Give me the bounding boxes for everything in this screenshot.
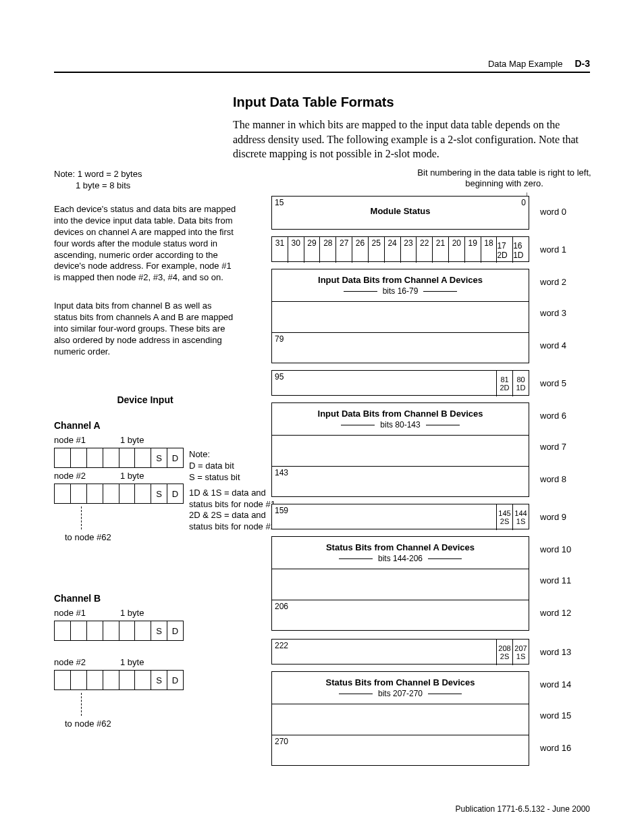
bit-label: 143	[275, 468, 288, 477]
header-pagenum: D-3	[574, 58, 590, 69]
bit-tag: 2S	[500, 652, 509, 660]
status-bit-cell: S	[151, 484, 167, 503]
node-label: node #1	[54, 435, 115, 445]
bit-label: 15	[275, 198, 284, 207]
word-label: word 13	[540, 647, 571, 657]
status-a-block: Status Bits from Channel A Devices bits …	[271, 536, 529, 631]
bit-cell	[119, 448, 136, 467]
byte-grid: S D	[54, 670, 184, 690]
bit-col: 24	[385, 237, 401, 263]
bit-tag: 1S	[516, 517, 525, 525]
continue-label: to node #62	[65, 532, 263, 542]
bit-col: 18	[481, 237, 498, 263]
bit-cell	[87, 621, 103, 640]
bit-cell	[87, 671, 103, 689]
group-bits: bits 16-79	[272, 285, 529, 296]
bit-col: 31	[272, 237, 288, 263]
bit-col: 19	[465, 237, 481, 263]
bit-tag: 1D	[513, 251, 523, 260]
legend-line: 1D & 1S = data and status bits for node …	[189, 488, 277, 511]
bit-cell	[103, 448, 119, 467]
byte-label: 1 byte	[120, 435, 144, 445]
bit-col: 2082S	[496, 640, 512, 665]
byte-label: 1 byte	[120, 608, 144, 618]
word-label: word 1	[540, 244, 566, 255]
word-label: word 14	[540, 679, 571, 689]
bit-label: 79	[275, 334, 284, 344]
channel-b-title: Channel B	[54, 593, 263, 604]
word0-box: 15 0 Module Status	[271, 196, 529, 230]
legend-note: Note: D = data bit S = status bit 1D & 1…	[189, 449, 277, 533]
bit-num: 208	[498, 644, 510, 652]
bit-cell	[55, 448, 71, 467]
bit-col: 28	[320, 237, 336, 263]
bit-tag: 1S	[516, 652, 525, 660]
header-title: Data Map Example	[488, 59, 563, 69]
bit-col: 21	[433, 237, 449, 263]
publication-footer: Publication 1771-6.5.132 - June 2000	[456, 804, 590, 814]
bit-label: 222	[275, 641, 288, 650]
bit-col: 2071S	[512, 640, 529, 665]
bit-col: 29	[304, 237, 321, 263]
note-line: Note: 1 word = 2 bytes	[54, 169, 236, 180]
word-label: word 15	[540, 710, 571, 721]
page-header: Data Map Example D-3	[54, 58, 590, 73]
status-bit-cell: S	[151, 448, 167, 467]
side-note: Note: 1 word = 2 bytes 1 byte = 8 bits	[54, 169, 236, 192]
bit-tag: 2D	[500, 384, 509, 392]
word-label: word 8	[540, 474, 566, 484]
bit-cell	[55, 484, 71, 503]
data-bit-cell: D	[167, 448, 183, 467]
bit-cell	[135, 671, 151, 689]
bit-num: 144	[514, 509, 527, 517]
section-title: Input Data Table Formats	[233, 95, 394, 110]
group-title: Status Bits from Channel A Devices	[272, 537, 529, 552]
bit-col: 30	[288, 237, 304, 263]
group-bits: bits 207-270	[272, 687, 529, 698]
note-line: 1 byte = 8 bits	[54, 180, 236, 192]
channel-b-block: Channel B node #1 1 byte S D node #2 1 b…	[54, 593, 263, 729]
group-bits: bits 80-143	[272, 419, 529, 429]
word-label: word 10	[540, 544, 571, 554]
bit-col: 172D	[497, 237, 513, 263]
legend-line: 2D & 2S = data and status bits for node …	[189, 510, 277, 533]
bit-col: 25	[369, 237, 385, 263]
status-b-block: Status Bits from Channel B Devices bits …	[271, 671, 529, 766]
intro-paragraph: The manner in which bits are mapped to t…	[233, 118, 590, 161]
status-bit-cell: S	[151, 621, 167, 640]
bit-cell	[71, 484, 87, 503]
bit-cell	[71, 448, 87, 467]
word5-box: 95 812D 801D	[271, 370, 529, 396]
bit-cell	[87, 484, 103, 503]
byte-label: 1 byte	[120, 471, 144, 481]
bit-col: 23	[401, 237, 417, 263]
data-bit-cell: D	[167, 484, 183, 503]
byte-grid: S D	[54, 621, 184, 641]
byte-grid: S D	[54, 448, 184, 468]
bit-num: 80	[516, 375, 525, 384]
bit-num: 207	[514, 644, 527, 652]
bit-cell	[103, 484, 119, 503]
bit-num: 145	[498, 509, 510, 517]
bit-col: 22	[417, 237, 433, 263]
word-label: word 12	[540, 608, 571, 618]
data-bit-cell: D	[167, 621, 183, 640]
channel-a-data-block: Input Data Bits from Channel A Devices b…	[271, 269, 529, 363]
channel-a-title: Channel A	[54, 420, 263, 431]
bit-num: 17	[497, 241, 506, 251]
bit-cell	[119, 484, 136, 503]
node-label: node #1	[54, 608, 115, 618]
bit-cell	[135, 484, 151, 503]
byte-grid: S D	[54, 484, 184, 504]
bit-label: 159	[275, 506, 288, 515]
bit-cell	[87, 448, 103, 467]
bit-col: 20	[449, 237, 465, 263]
bit-cell	[135, 448, 151, 467]
bit-label: 270	[275, 737, 288, 746]
bit-col: 161D	[513, 237, 529, 263]
continue-label: to node #62	[65, 719, 263, 729]
bit-cell	[55, 671, 71, 689]
device-input-title: Device Input	[54, 394, 236, 405]
bit-num: 16	[513, 241, 522, 251]
data-bit-cell: D	[167, 671, 183, 689]
